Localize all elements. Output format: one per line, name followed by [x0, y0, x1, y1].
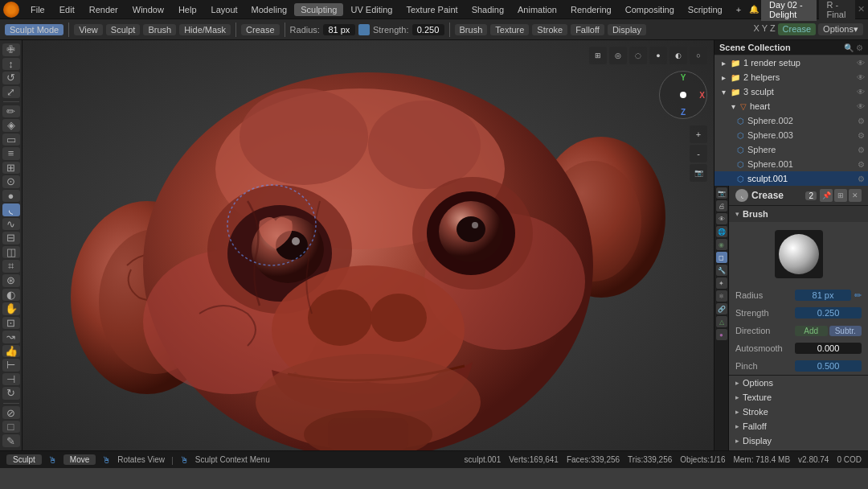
- texture-dropdown[interactable]: Texture: [490, 24, 529, 35]
- tool-elastic[interactable]: ⊡: [2, 317, 20, 330]
- tool-flatten[interactable]: ⊟: [2, 232, 20, 244]
- visibility-toggle-1[interactable]: 👁: [857, 59, 865, 68]
- texture-section[interactable]: ▸ Texture: [729, 390, 868, 405]
- tool-rotate-brush[interactable]: ↻: [2, 387, 20, 400]
- direction-subtract-btn[interactable]: Subtr.: [829, 326, 862, 336]
- tool-clay-strips[interactable]: ≡: [2, 147, 20, 160]
- status-move-btn[interactable]: Move: [63, 454, 96, 465]
- stroke-section[interactable]: ▸ Stroke: [729, 405, 868, 419]
- tool-scrape[interactable]: ⌗: [2, 260, 20, 273]
- tool-pinch[interactable]: ◐: [2, 289, 20, 302]
- tool-mask[interactable]: ⊘: [2, 406, 20, 419]
- tab-modeling[interactable]: Modeling: [245, 3, 294, 16]
- radius-value[interactable]: 81 px: [323, 24, 355, 35]
- visibility-toggle-7[interactable]: ⚙: [858, 146, 865, 154]
- workspace-tab-delight[interactable]: Day 02 - Delight: [761, 0, 816, 21]
- viewport-shading[interactable]: ●: [649, 47, 667, 64]
- strength-value[interactable]: 0.250: [412, 24, 444, 35]
- viewport-shading-2[interactable]: ◐: [669, 47, 687, 64]
- dyntopo-section[interactable]: ▸ Dyntopo: [729, 448, 868, 450]
- tab-uv[interactable]: UV Editing: [344, 3, 399, 16]
- tool-rotate[interactable]: ↺: [2, 72, 20, 84]
- tool-fill[interactable]: ◫: [2, 246, 20, 259]
- crease-close-btn[interactable]: ✕: [849, 189, 862, 202]
- 3d-viewport[interactable]: ⊞ ◎ ◌ ● ◐ ○ X Y Z + - 📷: [23, 40, 714, 450]
- visibility-toggle-8[interactable]: ⚙: [858, 160, 865, 169]
- menu-file[interactable]: File: [24, 3, 51, 16]
- outliner-item-sphere001[interactable]: ⬡ Sphere.001 ⚙: [714, 157, 868, 171]
- direction-add-btn[interactable]: Add: [795, 326, 828, 336]
- radius-edit-icon[interactable]: ✏: [854, 290, 862, 301]
- tool-box-mask[interactable]: □: [2, 421, 20, 434]
- brush-menu[interactable]: Brush: [143, 24, 176, 35]
- outliner-item-sphere[interactable]: ⬡ Sphere ⚙: [714, 142, 868, 157]
- tool-thumb[interactable]: 👍: [2, 345, 20, 358]
- outliner-item-sculpt[interactable]: ▾ 📁 3 sculpt 👁: [714, 84, 868, 99]
- tool-smooth[interactable]: ∿: [2, 218, 20, 231]
- visibility-toggle-6[interactable]: ⚙: [858, 131, 865, 140]
- sculpt-menu[interactable]: Sculpt: [106, 24, 141, 35]
- status-sculpt-btn[interactable]: Sculpt: [6, 454, 42, 465]
- tab-layout[interactable]: Layout: [205, 3, 244, 16]
- navigation-gizmo[interactable]: X Y Z: [659, 71, 707, 119]
- props-icon-particles[interactable]: ✦: [716, 277, 727, 289]
- brush-section-header[interactable]: ▾ Brush: [729, 206, 868, 222]
- gizmo-y-axis[interactable]: Y: [681, 73, 686, 82]
- hidemask-menu[interactable]: Hide/Mask: [179, 24, 231, 35]
- outliner-item-heart[interactable]: ▾ ▽ heart 👁: [714, 99, 868, 113]
- tool-crease[interactable]: ◟: [2, 203, 20, 216]
- dyntopo-btn[interactable]: Crease: [778, 23, 816, 35]
- workspace-tab-final[interactable]: R - Final: [819, 0, 856, 21]
- menu-render[interactable]: Render: [83, 3, 125, 16]
- tab-animation[interactable]: Animation: [511, 3, 563, 16]
- falloff-dropdown[interactable]: Falloff: [571, 24, 604, 35]
- tool-multiplane[interactable]: ⊛: [2, 274, 20, 287]
- menu-help[interactable]: Help: [172, 3, 203, 16]
- tool-grab[interactable]: ✋: [2, 302, 20, 315]
- overlay-toggle[interactable]: ◎: [609, 47, 627, 64]
- zoom-in[interactable]: +: [690, 125, 707, 143]
- tool-inflate[interactable]: ⊙: [2, 175, 20, 188]
- pinch-value[interactable]: 0.500: [795, 360, 862, 372]
- perspective-toggle[interactable]: ⊞: [589, 47, 607, 64]
- brush-dropdown[interactable]: Brush: [455, 24, 488, 35]
- tab-shading[interactable]: Shading: [465, 3, 510, 16]
- tab-scripting[interactable]: Scripting: [682, 3, 729, 16]
- tool-pose[interactable]: ⊢: [2, 359, 20, 372]
- tab-sculpting[interactable]: Sculpting: [294, 3, 343, 16]
- visibility-toggle-4[interactable]: 👁: [857, 102, 865, 111]
- outliner-item-sphere003[interactable]: ⬡ Sphere.003 ⚙: [714, 128, 868, 142]
- radius-toggle[interactable]: [358, 24, 370, 35]
- radius-prop-value[interactable]: 81 px: [795, 290, 851, 301]
- tool-nudge[interactable]: ⊣: [2, 373, 20, 386]
- tool-snake-hook[interactable]: ↝: [2, 331, 20, 343]
- visibility-toggle-5[interactable]: ⚙: [858, 117, 865, 125]
- visibility-toggle-2[interactable]: 👁: [857, 73, 865, 82]
- viewport-shading-3[interactable]: ○: [690, 47, 707, 64]
- props-icon-physics[interactable]: ⚛: [716, 290, 727, 302]
- tool-layer[interactable]: ⊞: [2, 162, 20, 175]
- tool-clay[interactable]: ▭: [2, 134, 20, 146]
- props-icon-output[interactable]: 🖨: [716, 200, 727, 212]
- xray-toggle[interactable]: ◌: [629, 47, 647, 64]
- tool-annotate[interactable]: ✎: [2, 434, 20, 447]
- view-menu[interactable]: View: [74, 24, 103, 35]
- falloff-section[interactable]: ▸ Falloff: [729, 419, 868, 434]
- outliner-item-helpers[interactable]: ▸ 📁 2 helpers 👁: [714, 70, 868, 84]
- props-icon-modifier[interactable]: 🔧: [716, 265, 727, 276]
- outliner-item-sphere002[interactable]: ⬡ Sphere.002 ⚙: [714, 113, 868, 128]
- stroke-dropdown[interactable]: Stroke: [532, 24, 567, 35]
- gizmo-x-axis[interactable]: X: [699, 91, 705, 100]
- zoom-out[interactable]: -: [690, 145, 707, 162]
- outliner-item-render-setup[interactable]: ▸ 📁 1 render setup 👁: [714, 55, 868, 70]
- props-icon-data[interactable]: △: [716, 316, 727, 327]
- menu-edit[interactable]: Edit: [53, 3, 81, 16]
- tool-draw[interactable]: ✏: [2, 105, 20, 118]
- camera-view[interactable]: 📷: [690, 164, 707, 182]
- display-dropdown[interactable]: Display: [608, 24, 646, 35]
- strength-prop-value[interactable]: 0.250: [795, 307, 862, 318]
- tab-texture-paint[interactable]: Texture Paint: [399, 3, 464, 16]
- props-icon-material[interactable]: ●: [716, 329, 727, 340]
- visibility-toggle-3[interactable]: 👁: [857, 88, 865, 97]
- visibility-toggle-9[interactable]: ⚙: [858, 175, 865, 183]
